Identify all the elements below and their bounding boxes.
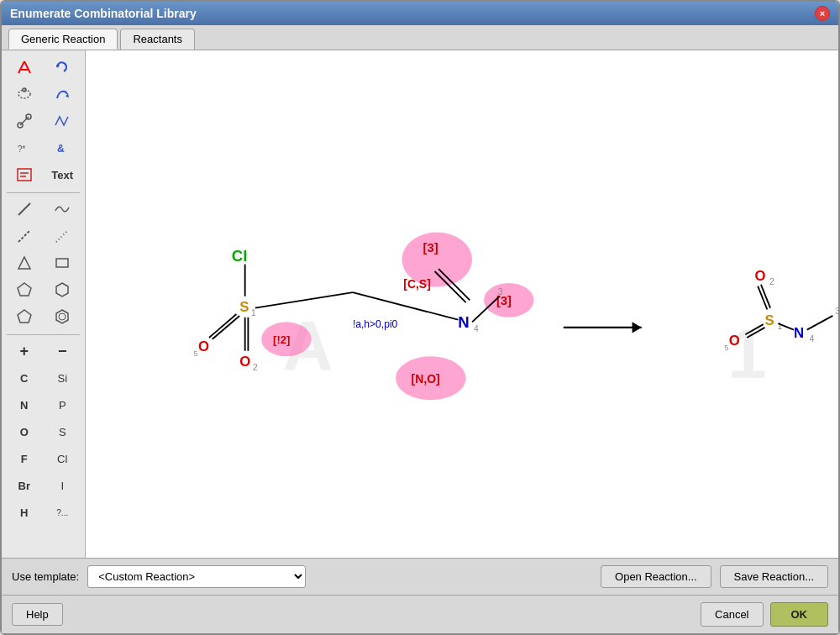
toolbar-row-1	[5, 55, 81, 79]
undo-tool[interactable]	[48, 55, 76, 79]
S-atom-tool[interactable]: S	[48, 420, 76, 443]
toolbar-row-11: + −	[5, 339, 81, 363]
svg-text:[3]: [3]	[423, 241, 438, 255]
benzene-tool[interactable]	[48, 305, 76, 328]
svg-text:3: 3	[498, 287, 503, 297]
main-area: ?* & Text	[2, 50, 838, 558]
text-tool-icon[interactable]	[10, 163, 39, 186]
toolbar-row-C-Si: C Si	[5, 366, 81, 390]
svg-marker-21	[56, 283, 68, 297]
svg-text:5: 5	[193, 349, 197, 358]
tab-bar: Generic Reaction Reactants	[2, 25, 838, 50]
svg-marker-20	[18, 283, 31, 296]
svg-text:&: &	[57, 143, 65, 155]
toolbar-row-F-Cl: F Cl	[5, 447, 81, 470]
hexagon-tool[interactable]	[48, 278, 76, 302]
plus-tool[interactable]: +	[10, 339, 39, 363]
toolbar-row-Br-I: Br I	[5, 474, 81, 497]
svg-marker-23	[56, 310, 68, 323]
bond-tool[interactable]	[10, 109, 39, 133]
select-tool[interactable]	[10, 55, 39, 79]
minus-tool[interactable]: −	[48, 339, 76, 363]
enumerate-combinatorial-dialog: Enumerate Combinatorial Library × Generi…	[0, 0, 840, 635]
reaction-svg: A Cl S 1 O 5 O 2	[86, 50, 838, 558]
svg-text:3: 3	[835, 307, 838, 316]
O-atom-tool[interactable]: O	[10, 420, 39, 443]
footer: Help Cancel OK	[2, 595, 838, 633]
dots-tool[interactable]	[48, 224, 76, 248]
help-button[interactable]: Help	[12, 603, 63, 626]
and-tool[interactable]: &	[48, 136, 76, 160]
cyclopentane-tool[interactable]	[10, 305, 39, 328]
svg-marker-18	[18, 257, 30, 269]
toolbar-row-4: ?* &	[5, 136, 81, 160]
svg-text:[C,S]: [C,S]	[403, 277, 430, 291]
svg-line-0	[18, 61, 24, 73]
text-label[interactable]: Text	[48, 163, 76, 186]
svg-text:1: 1	[251, 308, 256, 318]
toolbar-row-O-S: O S	[5, 420, 81, 443]
save-reaction-button[interactable]: Save Reaction...	[720, 565, 828, 588]
F-atom-tool[interactable]: F	[10, 447, 39, 470]
svg-text:?*: ?*	[18, 144, 26, 154]
divider-2	[7, 334, 80, 335]
svg-line-72	[807, 316, 833, 330]
template-label: Use template:	[12, 570, 79, 583]
rect-tool[interactable]	[48, 251, 76, 275]
N-atom-tool[interactable]: N	[10, 393, 39, 417]
P-atom-tool[interactable]: P	[48, 393, 76, 417]
toolbar-row-N-P: N P	[5, 393, 81, 417]
svg-line-55	[353, 292, 458, 320]
svg-line-1	[24, 61, 30, 73]
toolbar-row-9	[5, 278, 81, 302]
ok-button[interactable]: OK	[770, 602, 829, 627]
wave-tool[interactable]	[48, 197, 76, 221]
dash-tool[interactable]	[10, 224, 39, 248]
svg-text:S: S	[239, 299, 249, 315]
svg-text:2: 2	[769, 277, 774, 286]
svg-text:4: 4	[810, 334, 815, 344]
toolbar-row-5: Text	[5, 163, 81, 186]
svg-text:[!2]: [!2]	[273, 333, 290, 346]
Si-atom-tool[interactable]: Si	[48, 366, 76, 390]
close-button[interactable]: ×	[815, 6, 830, 21]
toolbar-row-10	[5, 305, 81, 328]
tab-generic-reaction[interactable]: Generic Reaction	[8, 29, 118, 50]
footer-right: Cancel OK	[701, 602, 828, 627]
svg-rect-19	[56, 259, 68, 267]
chain-tool[interactable]	[48, 109, 76, 133]
svg-text:O: O	[754, 268, 765, 284]
svg-text:N: N	[458, 313, 469, 331]
triangle-tool[interactable]	[10, 251, 39, 275]
toolbar-row-2	[5, 82, 81, 106]
lasso-tool[interactable]	[10, 82, 39, 106]
svg-text:[N,O]: [N,O]	[412, 372, 440, 386]
svg-text:O: O	[198, 338, 209, 354]
Br-atom-tool[interactable]: Br	[10, 474, 39, 497]
I-atom-tool[interactable]: I	[48, 474, 76, 497]
query-tool[interactable]: ?*	[10, 136, 39, 160]
cancel-button[interactable]: Cancel	[701, 602, 763, 627]
svg-line-30	[213, 316, 240, 339]
pentagon-tool[interactable]	[10, 278, 39, 302]
toolbar-row-7	[5, 224, 81, 248]
reaction-canvas[interactable]: A Cl S 1 O 5 O 2	[86, 50, 838, 558]
query2-tool[interactable]: ?...	[48, 501, 76, 524]
template-select[interactable]: <Custom Reaction>	[87, 565, 306, 588]
template-bar: Use template: <Custom Reaction> Open Rea…	[2, 558, 838, 595]
svg-text:O: O	[239, 354, 250, 370]
toolbar-row-6	[5, 197, 81, 221]
line-tool[interactable]	[10, 197, 39, 221]
open-reaction-button[interactable]: Open Reaction...	[601, 565, 711, 588]
svg-text:Cl: Cl	[232, 247, 248, 265]
svg-text:O: O	[729, 333, 740, 349]
H-atom-tool[interactable]: H	[10, 501, 39, 524]
divider-1	[7, 192, 80, 193]
curved-arrow-tool[interactable]	[48, 82, 76, 106]
svg-line-15	[18, 203, 30, 215]
Cl-atom-tool[interactable]: Cl	[48, 447, 76, 470]
svg-point-24	[59, 313, 66, 320]
C-atom-tool[interactable]: C	[10, 366, 39, 390]
tab-reactants[interactable]: Reactants	[120, 29, 195, 50]
svg-text:5: 5	[724, 344, 728, 352]
